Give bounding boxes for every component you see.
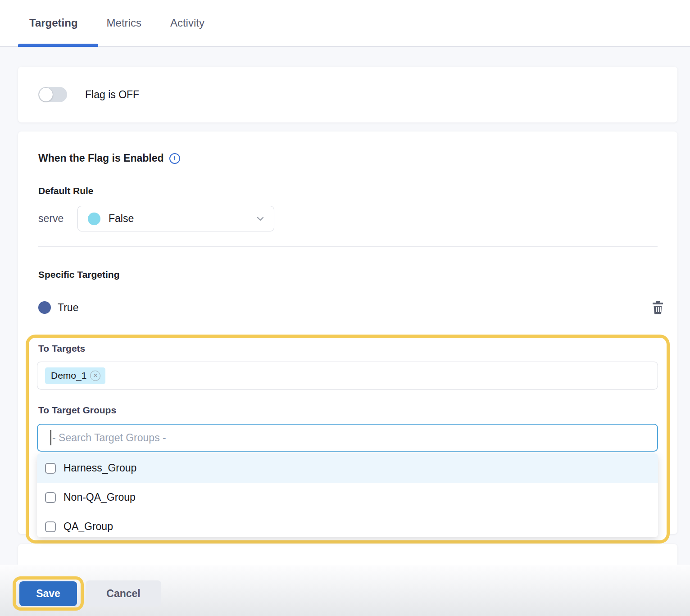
trash-icon xyxy=(652,301,664,314)
save-highlight-annotation: Save xyxy=(13,576,84,611)
tab-activity[interactable]: Activity xyxy=(159,0,216,46)
save-button[interactable]: Save xyxy=(19,581,77,606)
remove-target-icon[interactable]: × xyxy=(90,371,100,381)
flag-state-label: Flag is OFF xyxy=(85,89,139,101)
true-variation-row: True xyxy=(38,301,664,314)
info-icon[interactable]: i xyxy=(169,153,180,164)
tab-bar: Targeting Metrics Activity xyxy=(0,0,690,47)
default-rule-serve-row: serve False xyxy=(38,206,274,231)
flag-state-card: Flag is OFF xyxy=(18,67,677,122)
next-section-card xyxy=(18,544,677,565)
section-divider xyxy=(38,246,658,247)
default-rule-title: Default Rule xyxy=(38,186,94,196)
checkbox-non-qa-group[interactable] xyxy=(45,492,56,503)
rules-heading-row: When the Flag is Enabled i xyxy=(38,152,180,164)
true-variation-label: True xyxy=(58,302,78,314)
specific-targeting-title: Specific Targeting xyxy=(38,269,119,280)
default-variation-select[interactable]: False xyxy=(77,206,274,231)
feature-flag-targeting-page: Targeting Metrics Activity Flag is OFF W… xyxy=(0,0,690,616)
search-placeholder: - Search Target Groups - xyxy=(52,432,166,444)
target-groups-search-input[interactable]: - Search Target Groups - xyxy=(37,424,658,452)
delete-rule-button[interactable] xyxy=(652,301,664,314)
text-caret xyxy=(50,430,51,445)
default-variation-value: False xyxy=(109,213,257,225)
to-targets-label: To Targets xyxy=(38,343,85,354)
checkbox-qa-group[interactable] xyxy=(45,521,56,532)
option-qa-group[interactable]: QA_Group xyxy=(37,512,658,537)
option-non-qa-group[interactable]: Non-QA_Group xyxy=(37,483,658,512)
tab-metrics[interactable]: Metrics xyxy=(95,0,153,46)
highlight-annotation-box: To Targets Demo_1 × To Target Groups - S… xyxy=(26,335,670,544)
flag-toggle-row: Flag is OFF xyxy=(38,67,139,122)
rules-heading: When the Flag is Enabled xyxy=(38,152,164,164)
option-label: Non-QA_Group xyxy=(64,491,136,503)
checkbox-harness-group[interactable] xyxy=(45,463,56,474)
option-harness-group[interactable]: Harness_Group xyxy=(37,453,658,483)
targets-input[interactable]: Demo_1 × xyxy=(37,362,658,390)
tab-list: Targeting Metrics Activity xyxy=(0,0,690,46)
flag-toggle[interactable] xyxy=(38,87,67,102)
option-label: Harness_Group xyxy=(64,462,136,474)
chevron-down-icon xyxy=(257,217,264,221)
serve-label: serve xyxy=(38,213,77,225)
cancel-button[interactable]: Cancel xyxy=(86,580,161,607)
active-tab-indicator xyxy=(18,44,98,47)
target-chip-label: Demo_1 xyxy=(51,370,86,381)
target-chip: Demo_1 × xyxy=(45,367,105,384)
to-target-groups-label: To Target Groups xyxy=(38,405,116,416)
flag-toggle-knob xyxy=(39,87,53,102)
option-label: QA_Group xyxy=(64,521,113,533)
tab-targeting[interactable]: Targeting xyxy=(18,0,89,46)
true-variation-dot xyxy=(38,301,51,314)
false-variation-dot xyxy=(88,213,100,225)
target-groups-dropdown: Harness_Group Non-QA_Group QA_Group xyxy=(37,453,658,537)
